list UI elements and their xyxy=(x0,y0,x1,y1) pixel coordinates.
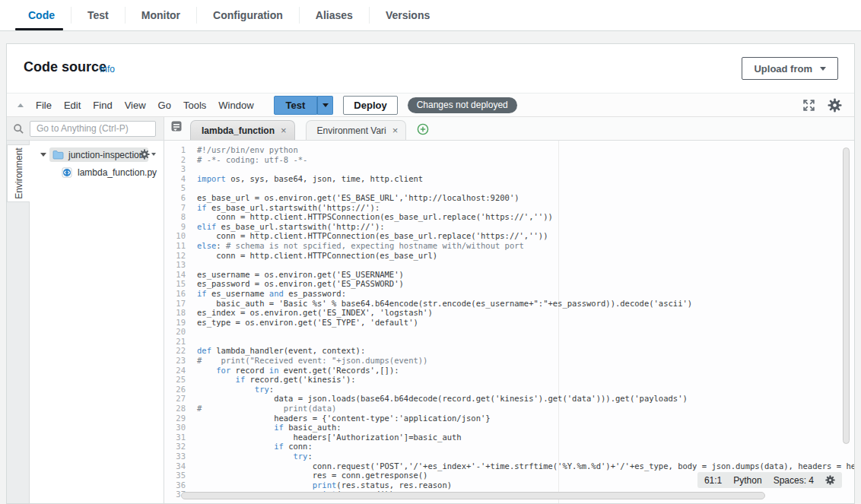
upload-from-button[interactable]: Upload from xyxy=(742,57,838,80)
test-dropdown-button[interactable] xyxy=(317,96,333,115)
line-content: try: xyxy=(192,452,313,461)
deploy-button[interactable]: Deploy xyxy=(343,96,397,115)
page-title: Code source xyxy=(24,59,106,75)
editor-settings-gear-icon[interactable] xyxy=(825,475,835,485)
line-number: 23 xyxy=(165,356,192,366)
tree-expand-caret-icon[interactable] xyxy=(40,153,46,157)
vertical-scrollbar[interactable] xyxy=(843,147,850,444)
tab-code[interactable]: Code xyxy=(12,0,71,30)
environment-tab-label: Environment xyxy=(14,147,24,198)
line-number: 24 xyxy=(165,366,192,376)
settings-gear-icon[interactable] xyxy=(828,98,842,113)
line-number: 8 xyxy=(165,212,192,222)
fullscreen-icon[interactable] xyxy=(802,99,815,112)
line-number: 18 xyxy=(165,308,192,318)
line-content: conn = http.client.HTTPConnection(es_bas… xyxy=(192,231,548,241)
lambda-code-editor-screen: CodeTestMonitorConfigurationAliasesVersi… xyxy=(0,0,861,504)
code-line: 17 basic_auth = 'Basic %s' % base64.b64e… xyxy=(165,299,854,309)
tab-list-icon[interactable] xyxy=(170,120,183,135)
horizontal-scrollbar[interactable] xyxy=(181,492,765,499)
line-number: 36 xyxy=(165,480,192,490)
menu-edit[interactable]: Edit xyxy=(58,100,87,111)
code-editor[interactable]: 1#!/usr/bin/env python2# -*- coding: utf… xyxy=(165,141,854,503)
line-content: es_password = os.environ.get('ES_PASSWOR… xyxy=(192,279,404,289)
tab-versions[interactable]: Versions xyxy=(370,0,446,30)
line-number: 14 xyxy=(165,270,192,280)
line-number: 15 xyxy=(165,279,192,289)
line-content: else: # schema is not spcified, expectin… xyxy=(192,241,524,251)
close-tab-icon[interactable]: × xyxy=(392,125,399,136)
menu-items: FileEditFindViewGoToolsWindow xyxy=(30,100,260,111)
tree-file-row[interactable]: lambda_function.py xyxy=(30,166,164,179)
line-number: 19 xyxy=(165,318,192,328)
code-line: 8 conn = http.client.HTTPSConnection(es_… xyxy=(165,212,854,222)
line-number: 12 xyxy=(165,251,192,261)
line-number: 4 xyxy=(165,174,192,184)
python-file-icon xyxy=(62,167,72,178)
tab-monitor[interactable]: Monitor xyxy=(125,0,196,30)
line-number: 1 xyxy=(165,145,192,155)
tab-configuration[interactable]: Configuration xyxy=(197,0,299,30)
line-content: conn.request('POST','/'+es_index+'-'+tim… xyxy=(192,461,854,471)
line-content: conn = http.client.HTTPConnection(es_bas… xyxy=(192,251,437,261)
line-number: 26 xyxy=(165,385,192,395)
tab-aliases[interactable]: Aliases xyxy=(300,0,369,30)
line-content: if es_base_url.startswith('https://'): xyxy=(192,203,380,213)
menu-tools[interactable]: Tools xyxy=(177,100,212,111)
code-source-panel: Code source Info Upload from FileEditFin… xyxy=(6,43,855,504)
menu-window[interactable]: Window xyxy=(212,100,259,111)
menu-find[interactable]: Find xyxy=(87,100,118,111)
chevron-down-icon xyxy=(322,103,329,107)
menu-go[interactable]: Go xyxy=(152,100,177,111)
code-line: 30 if basic_auth: xyxy=(165,423,854,433)
editor-tab-lambda-function[interactable]: lambda_function× xyxy=(190,120,295,140)
editor-tab-environment-vari[interactable]: Environment Vari× xyxy=(306,120,407,140)
environment-panel-tab[interactable]: Environment xyxy=(7,144,30,202)
line-content: if record.get('kinesis'): xyxy=(192,375,356,385)
line-content: print(res.status, res.reason) xyxy=(192,480,452,490)
line-content: data = json.loads(base64.b64decode(recor… xyxy=(192,394,688,404)
line-content: if conn: xyxy=(192,442,313,452)
code-line: 26 try: xyxy=(165,385,854,395)
editor-tab-bar: lambda_function×Environment Vari× xyxy=(164,117,854,141)
line-number: 28 xyxy=(165,404,192,414)
chevron-down-icon xyxy=(820,67,826,71)
line-number: 32 xyxy=(165,442,192,452)
code-line: 21 xyxy=(165,337,854,347)
code-line: 2# -*- coding: utf-8 -*- xyxy=(165,155,854,165)
line-number: 13 xyxy=(165,260,192,270)
folder-item[interactable]: junction-inspection xyxy=(49,147,148,162)
menu-view[interactable]: View xyxy=(119,100,152,111)
menu-file[interactable]: File xyxy=(30,100,58,111)
editor-menubar: FileEditFindViewGoToolsWindow Test Deplo… xyxy=(7,94,854,117)
cursor-position[interactable]: 61:1 xyxy=(704,475,722,486)
line-content: # print("Received event: "+json.dumps(ev… xyxy=(192,356,427,366)
line-content: basic_auth = 'Basic %s' % base64.b64enco… xyxy=(192,299,692,309)
collapse-menubar-icon[interactable] xyxy=(17,103,24,107)
editor-tab-label: lambda_function xyxy=(202,125,275,136)
tree-settings-icon[interactable] xyxy=(139,149,156,160)
editor-tab-label: Environment Vari xyxy=(317,125,386,136)
indent-setting[interactable]: Spaces: 4 xyxy=(774,475,814,486)
line-content xyxy=(192,327,202,337)
close-tab-icon[interactable]: × xyxy=(281,125,287,136)
line-number: 5 xyxy=(165,183,192,193)
line-content: es_base_url = os.environ.get('ES_BASE_UR… xyxy=(192,193,519,203)
new-tab-icon[interactable] xyxy=(417,123,429,135)
line-number: 7 xyxy=(165,203,192,213)
code-line: 3 xyxy=(165,164,854,174)
info-link[interactable]: Info xyxy=(100,64,115,74)
test-button[interactable]: Test xyxy=(274,96,318,115)
search-icon[interactable] xyxy=(7,123,30,135)
code-line: 32 if conn: xyxy=(165,442,854,452)
tab-test[interactable]: Test xyxy=(71,0,125,30)
line-number: 10 xyxy=(165,231,192,241)
language-mode[interactable]: Python xyxy=(733,475,761,486)
code-line: 7if es_base_url.startswith('https://'): xyxy=(165,203,854,213)
tree-folder-row: junction-inspection xyxy=(30,147,164,162)
code-line: 29 headers = {'content-type':'applicatio… xyxy=(165,414,854,423)
goto-anything-input[interactable] xyxy=(30,121,156,137)
line-content xyxy=(192,260,202,270)
file-tree: junction-inspection xyxy=(30,141,164,503)
code-line: 1#!/usr/bin/env python xyxy=(165,145,854,155)
